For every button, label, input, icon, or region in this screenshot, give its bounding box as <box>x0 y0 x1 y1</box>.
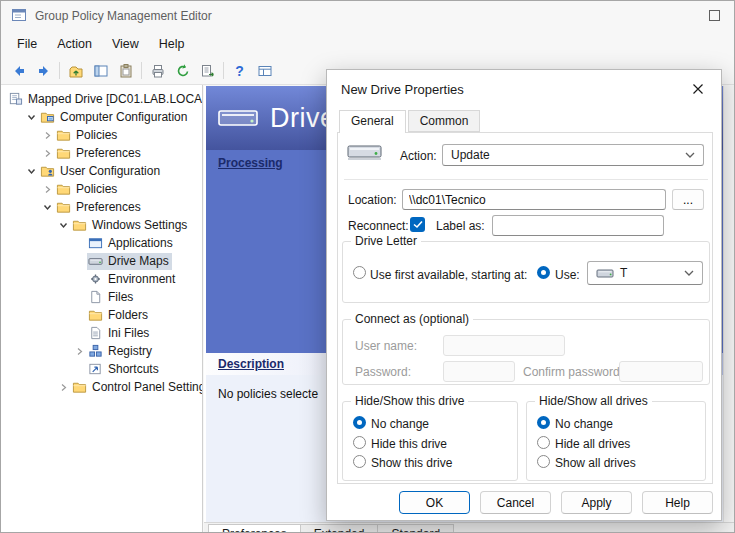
hide-this-drive-radio[interactable] <box>353 436 366 449</box>
tree-item-shortcuts[interactable]: Shortcuts <box>1 360 202 378</box>
menu-action[interactable]: Action <box>47 33 102 55</box>
label-as-input[interactable] <box>492 215 664 236</box>
computer-config-icon <box>40 110 56 124</box>
drive-letter-select[interactable]: T <box>587 261 703 285</box>
export-list-icon <box>200 63 216 79</box>
tab-standard[interactable]: Standard <box>377 524 454 533</box>
tree-item-environment[interactable]: Environment <box>1 270 202 288</box>
tree-item-computer-configuration[interactable]: Computer Configuration <box>1 108 202 126</box>
password-label: Password: <box>355 365 411 379</box>
apply-button[interactable]: Apply <box>561 491 632 514</box>
forward-button[interactable] <box>31 59 56 82</box>
help-button[interactable]: ? <box>227 59 252 82</box>
new-drive-properties-dialog: New Drive Properties General Common Acti… <box>326 69 722 521</box>
tree-item-computer-policies[interactable]: Policies <box>1 126 202 144</box>
folder-icon <box>56 182 72 196</box>
check-icon <box>413 220 423 229</box>
vertical-scrollbar[interactable] <box>723 86 735 522</box>
tree-item-applications[interactable]: Applications <box>1 234 202 252</box>
tree-item-drive-maps[interactable]: Drive Maps <box>1 252 202 270</box>
close-icon[interactable] <box>689 80 707 98</box>
toolbar-separator <box>223 62 224 79</box>
environment-icon <box>88 272 104 286</box>
up-one-level-button[interactable] <box>63 59 88 82</box>
show-this-drive-radio[interactable] <box>353 455 366 468</box>
drive-icon <box>596 267 614 279</box>
tree-item-control-panel-settings[interactable]: Control Panel Setting <box>1 378 202 396</box>
export-list-button[interactable] <box>195 59 220 82</box>
chevron-expanded-icon[interactable] <box>55 221 71 230</box>
reconnect-checkbox[interactable] <box>410 217 425 232</box>
processing-link[interactable]: Processing <box>218 156 283 170</box>
use-radio[interactable] <box>537 266 550 279</box>
use-label: Use: <box>555 268 580 282</box>
paste-button[interactable] <box>113 59 138 82</box>
action-select[interactable]: Update <box>442 144 704 166</box>
tab-general[interactable]: General <box>339 110 406 133</box>
hide-all-drives-radio[interactable] <box>537 436 550 449</box>
chevron-collapsed-icon[interactable] <box>39 131 55 140</box>
hide-show-this-drive-group: Hide/Show this drive No change Hide this… <box>342 401 518 481</box>
tree-item-mapped-drive[interactable]: Mapped Drive [DC01.LAB.LOCA <box>1 90 202 108</box>
use-first-available-radio[interactable] <box>353 266 366 279</box>
hide-show-this-drive-group-label: Hide/Show this drive <box>351 394 468 408</box>
reconnect-label: Reconnect: <box>348 219 409 233</box>
show-console-tree-button[interactable] <box>88 59 113 82</box>
tree-item-ini-files[interactable]: Ini Files <box>1 324 202 342</box>
chevron-collapsed-icon[interactable] <box>39 149 55 158</box>
toolbar-separator <box>59 62 60 79</box>
use-first-available-label: Use first available, starting at: <box>370 268 527 282</box>
browse-button[interactable]: ... <box>672 189 704 210</box>
menu-help[interactable]: Help <box>149 33 195 55</box>
tree-item-user-configuration[interactable]: User Configuration <box>1 162 202 180</box>
show-all-drives-radio[interactable] <box>537 455 550 468</box>
location-input[interactable] <box>402 189 666 210</box>
drive-maps-large-icon <box>216 101 260 136</box>
cancel-button[interactable]: Cancel <box>480 491 551 514</box>
tree-item-user-preferences[interactable]: Preferences <box>1 198 202 216</box>
toolbar-separator <box>141 62 142 79</box>
menu-view[interactable]: View <box>102 33 149 55</box>
ok-button[interactable]: OK <box>399 491 470 514</box>
label-as-label: Label as: <box>436 219 485 233</box>
hide-show-all-drives-group: Hide/Show all drives No change Hide all … <box>526 401 706 481</box>
dialog-tabs: General Common <box>339 110 482 133</box>
dialog-title: New Drive Properties <box>341 82 464 97</box>
dialog-titlebar: New Drive Properties <box>327 70 721 108</box>
drive-letter-group-label: Drive Letter <box>351 234 421 248</box>
chevron-expanded-icon[interactable] <box>39 203 55 212</box>
user-name-label: User name: <box>355 339 417 353</box>
menu-file[interactable]: File <box>7 33 47 55</box>
chevron-collapsed-icon[interactable] <box>55 383 71 392</box>
print-button[interactable] <box>145 59 170 82</box>
refresh-button[interactable] <box>170 59 195 82</box>
tree-item-user-policies[interactable]: Policies <box>1 180 202 198</box>
clipboard-icon <box>118 63 134 79</box>
help-button-dialog[interactable]: Help <box>642 491 713 514</box>
all-no-change-radio[interactable] <box>537 416 550 429</box>
chevron-down-icon <box>685 152 695 158</box>
tree-item-computer-preferences[interactable]: Preferences <box>1 144 202 162</box>
maximize-icon[interactable] <box>709 10 720 21</box>
back-button[interactable] <box>6 59 31 82</box>
tree-item-files[interactable]: Files <box>1 288 202 306</box>
gpo-root-icon <box>8 92 24 106</box>
chevron-collapsed-icon[interactable] <box>71 347 87 356</box>
chevron-collapsed-icon[interactable] <box>39 185 55 194</box>
icon-view-button[interactable] <box>252 59 277 82</box>
this-no-change-radio[interactable] <box>353 416 366 429</box>
tab-common[interactable]: Common <box>408 110 481 132</box>
show-all-drives-label: Show all drives <box>555 456 636 470</box>
tree-item-windows-settings[interactable]: Windows Settings <box>1 216 202 234</box>
chevron-expanded-icon[interactable] <box>23 113 39 122</box>
window-title: Group Policy Management Editor <box>35 9 212 23</box>
user-config-icon <box>40 164 56 178</box>
console-tree: Mapped Drive [DC01.LAB.LOCA Computer Con… <box>1 85 203 533</box>
description-link[interactable]: Description <box>218 357 284 371</box>
tab-extended[interactable]: Extended <box>300 524 379 533</box>
connect-as-group: Connect as (optional) User name: Passwor… <box>342 319 710 385</box>
chevron-expanded-icon[interactable] <box>23 167 39 176</box>
tree-item-folders[interactable]: Folders <box>1 306 202 324</box>
tree-item-registry[interactable]: Registry <box>1 342 202 360</box>
tab-preferences[interactable]: Preferences <box>208 524 301 533</box>
